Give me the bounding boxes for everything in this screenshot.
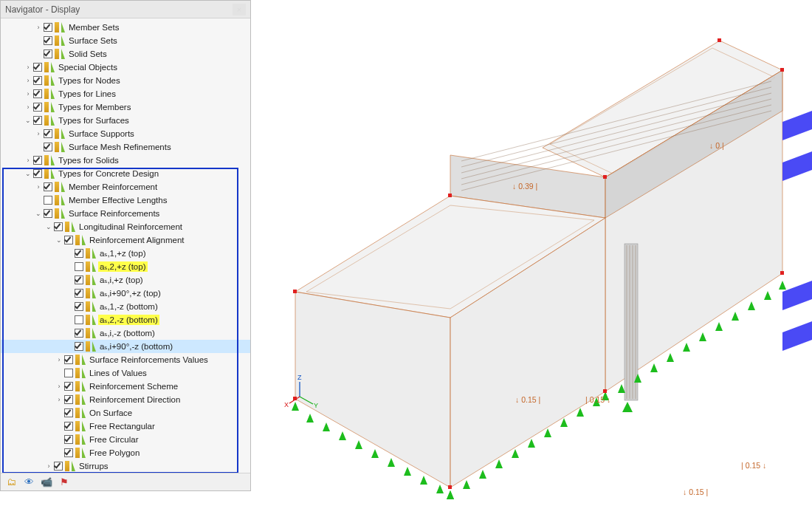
caret-icon[interactable]: ⌄ (35, 210, 42, 217)
tree-item[interactable]: Free Circular (1, 433, 250, 446)
checkbox[interactable] (33, 103, 42, 112)
checkbox[interactable] (44, 143, 52, 151)
tree-item[interactable]: ›Types for Solids (1, 154, 250, 167)
checkbox[interactable] (33, 63, 42, 72)
tree-item[interactable]: ›Reinforcement Direction (1, 393, 250, 406)
checkbox[interactable] (44, 129, 52, 138)
tree-item[interactable]: ⌄Reinforcement Alignment (1, 233, 250, 247)
tree-view[interactable]: ›Member SetsSurface SetsSolid Sets›Speci… (1, 18, 250, 473)
tree-item[interactable]: aₛ,2,+z (top) (1, 260, 250, 273)
tree-item[interactable]: ›Stirrups (1, 459, 250, 473)
caret-icon[interactable]: › (55, 383, 63, 390)
checkbox[interactable] (33, 76, 42, 85)
caret-icon[interactable]: › (24, 157, 32, 164)
caret-icon[interactable]: › (55, 396, 63, 403)
svg-marker-57 (699, 332, 706, 341)
tree-item[interactable]: On Surface (1, 406, 250, 420)
tree-item[interactable]: aₛ,1,+z (top) (1, 247, 250, 260)
checkbox[interactable] (64, 369, 73, 377)
caret-icon[interactable]: › (35, 130, 42, 137)
checkbox[interactable] (64, 408, 73, 417)
checkbox[interactable] (44, 182, 52, 191)
caret-icon[interactable]: › (35, 183, 42, 191)
tree-item[interactable]: Member Effective Lengths (1, 194, 250, 207)
tree-item-label: Member Sets (67, 23, 120, 32)
tree-item[interactable]: ›Types for Nodes (1, 74, 250, 87)
tree-item[interactable]: Lines of Values (1, 366, 250, 380)
tree-item[interactable]: Surface Mesh Refinements (1, 140, 250, 154)
tree-item[interactable]: aₛ,1,-z (bottom) (1, 300, 250, 313)
close-button[interactable]: × (233, 4, 246, 16)
checkbox[interactable] (64, 395, 73, 404)
checkbox[interactable] (33, 116, 42, 125)
checkbox[interactable] (44, 36, 52, 45)
checkbox[interactable] (75, 342, 83, 351)
tree-item[interactable]: aₛ,i,-z (bottom) (1, 326, 250, 340)
tree-item[interactable]: ›Reinforcement Scheme (1, 380, 250, 393)
checkbox[interactable] (44, 209, 52, 218)
checkbox[interactable] (64, 422, 73, 431)
caret-icon[interactable]: › (35, 24, 42, 31)
tree-item[interactable]: ›Types for Lines (1, 87, 250, 100)
tree-item[interactable]: ›Surface Supports (1, 127, 250, 140)
checkbox[interactable] (75, 249, 83, 258)
tree-item[interactable]: aₛ,i+90°,-z (bottom) (1, 340, 250, 353)
caret-icon[interactable]: › (45, 462, 52, 470)
tree-item[interactable]: ›Types for Members (1, 100, 250, 114)
checkbox[interactable] (54, 222, 63, 231)
tree-item[interactable]: ⌄Longitudinal Reinforcement (1, 220, 250, 233)
checkbox[interactable] (64, 435, 73, 444)
checkbox[interactable] (33, 156, 42, 165)
svg-marker-49 (577, 408, 584, 417)
tree-item-label: Surface Sets (67, 36, 119, 45)
tree-item-label: Surface Reinforcements Values (88, 355, 210, 364)
checkbox[interactable] (64, 382, 73, 391)
caret-icon[interactable]: ⌄ (24, 170, 32, 177)
checkbox[interactable] (75, 315, 83, 324)
tree-item[interactable]: ›Special Objects (1, 61, 250, 74)
tree-item[interactable]: ›Member Reinforcement (1, 180, 250, 194)
tree-item[interactable]: ›Member Sets (1, 21, 250, 34)
item-icon (55, 182, 65, 192)
tree-item[interactable]: aₛ,2,-z (bottom) (1, 313, 250, 326)
caret-icon[interactable]: › (55, 356, 63, 363)
3d-viewport[interactable]: Z Y X (251, 0, 812, 520)
checkbox[interactable] (64, 236, 73, 244)
tree-item[interactable]: ⌄Types for Concrete Design (1, 167, 250, 180)
svg-marker-61 (764, 291, 771, 300)
caret-icon[interactable]: ⌄ (45, 223, 52, 230)
camera-icon[interactable]: 📹 (41, 476, 52, 488)
checkbox[interactable] (44, 49, 52, 58)
checkbox[interactable] (75, 262, 83, 271)
tree-item[interactable]: ›Surface Reinforcements Values (1, 353, 250, 366)
tree-item[interactable]: Free Rectangular (1, 420, 250, 433)
caret-icon[interactable]: ⌄ (24, 117, 32, 124)
folder-icon[interactable]: 🗂 (5, 476, 17, 488)
caret-icon[interactable]: › (24, 103, 32, 111)
checkbox[interactable] (44, 23, 52, 32)
tree-item[interactable]: ⌄Types for Surfaces (1, 114, 250, 127)
checkbox[interactable] (33, 89, 42, 98)
checkbox[interactable] (75, 329, 83, 338)
flag-icon[interactable]: ⚑ (58, 476, 70, 488)
tree-item[interactable]: ⌄Surface Reinforcements (1, 207, 250, 220)
checkbox[interactable] (44, 196, 52, 205)
tree-item[interactable]: aₛ,i+90°,+z (top) (1, 287, 250, 300)
tree-item[interactable]: Solid Sets (1, 47, 250, 61)
caret-icon[interactable]: › (24, 77, 32, 84)
checkbox[interactable] (75, 276, 83, 284)
eye-icon[interactable]: 👁 (23, 476, 35, 488)
structural-model: Z Y X (251, 0, 812, 520)
checkbox[interactable] (75, 302, 83, 311)
checkbox[interactable] (75, 289, 83, 298)
checkbox[interactable] (54, 462, 63, 471)
checkbox[interactable] (64, 355, 73, 364)
caret-icon[interactable]: ⌄ (55, 236, 63, 244)
caret-icon[interactable]: › (24, 64, 32, 71)
tree-item[interactable]: Surface Sets (1, 34, 250, 47)
tree-item[interactable]: Free Polygon (1, 446, 250, 459)
checkbox[interactable] (64, 448, 73, 457)
checkbox[interactable] (33, 169, 42, 178)
caret-icon[interactable]: › (24, 90, 32, 98)
tree-item[interactable]: aₛ,i,+z (top) (1, 273, 250, 287)
